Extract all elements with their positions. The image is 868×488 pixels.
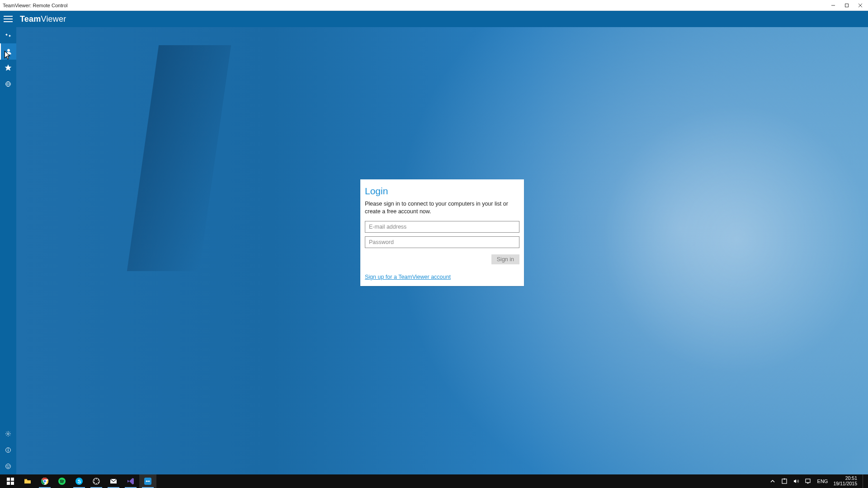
show-desktop-button[interactable] [863, 474, 865, 488]
login-card: Login Please sign in to connect to your … [360, 179, 524, 286]
maximize-icon [844, 3, 849, 8]
email-field[interactable] [365, 221, 519, 233]
login-description: Please sign in to connect to your comput… [365, 200, 519, 216]
windows-icon [6, 477, 14, 485]
window-minimize-button[interactable] [826, 0, 840, 11]
app-brand: TeamViewer [20, 14, 66, 24]
taskbar-skype[interactable] [71, 474, 88, 488]
svg-point-13 [7, 465, 7, 466]
sidebar-item-remote-control[interactable] [0, 27, 16, 43]
sidebar-item-computers-contacts[interactable] [0, 43, 16, 60]
hamburger-icon-line [4, 21, 13, 22]
circle-dots-icon [92, 477, 100, 485]
brand-light: Viewer [41, 14, 66, 23]
password-field[interactable] [365, 236, 519, 248]
taskbar-file-explorer[interactable] [19, 474, 36, 488]
tray-action-center[interactable] [804, 474, 812, 488]
svg-point-4 [7, 49, 9, 52]
taskbar-start-button[interactable] [2, 474, 19, 488]
chrome-icon [41, 477, 49, 485]
sidebar-item-favorites[interactable] [0, 60, 16, 76]
star-icon [5, 64, 12, 71]
hamburger-icon-line [4, 19, 13, 19]
system-tray: ENG 20:51 19/11/2015 [769, 474, 866, 488]
window-close-button[interactable] [854, 0, 867, 11]
globe-person-icon [5, 80, 12, 88]
gear-icon [5, 430, 12, 437]
svg-rect-15 [7, 478, 10, 481]
tray-volume[interactable] [792, 474, 800, 488]
window-titlebar: TeamViewer: Remote Control [0, 0, 868, 11]
arrows-horizontal-icon [5, 32, 12, 39]
volume-icon [793, 478, 799, 484]
action-center-icon [805, 478, 811, 484]
signin-button[interactable]: Sign in [491, 254, 519, 264]
svg-point-36 [783, 479, 785, 480]
svg-rect-18 [11, 482, 14, 485]
svg-rect-37 [806, 479, 810, 483]
sidebar [0, 27, 16, 474]
taskbar-visual-studio[interactable] [122, 474, 139, 488]
sidebar-item-feedback[interactable] [0, 458, 16, 474]
brand-bold: Team [20, 14, 41, 23]
info-icon [5, 446, 12, 454]
content-area: Login Please sign in to connect to your … [16, 27, 868, 474]
window-title: TeamViewer: Remote Control [3, 3, 67, 8]
puzzle-icon [781, 478, 788, 484]
app-header: TeamViewer [0, 11, 868, 27]
svg-point-28 [98, 482, 99, 483]
hamburger-icon-line [4, 16, 13, 17]
skype-icon [75, 477, 83, 485]
svg-point-10 [8, 449, 8, 449]
person-icon [5, 48, 12, 55]
tray-clock[interactable]: 20:51 19/11/2015 [833, 474, 859, 488]
svg-point-26 [96, 479, 97, 479]
taskbar-chrome[interactable] [36, 474, 53, 488]
svg-point-8 [7, 433, 9, 435]
svg-point-30 [94, 482, 95, 483]
svg-rect-19 [24, 479, 27, 480]
teamviewer-icon [144, 477, 152, 485]
sidebar-item-settings[interactable] [0, 426, 16, 442]
tray-app-icon[interactable] [780, 474, 788, 488]
chevron-up-icon [769, 478, 776, 484]
hamburger-menu-button[interactable] [4, 16, 13, 22]
tray-date: 19/11/2015 [833, 481, 857, 487]
sidebar-item-meeting[interactable] [0, 76, 16, 92]
login-title: Login [365, 186, 519, 197]
svg-point-31 [94, 480, 95, 481]
tray-language[interactable]: ENG [816, 474, 830, 488]
svg-point-14 [9, 465, 9, 466]
tray-chevron-up[interactable] [769, 474, 777, 488]
visual-studio-icon [127, 477, 135, 485]
taskbar-teamviewer[interactable] [139, 474, 156, 488]
svg-point-12 [6, 464, 11, 469]
window-maximize-button[interactable] [840, 0, 854, 11]
svg-rect-1 [845, 4, 849, 7]
smile-icon [5, 463, 12, 470]
sidebar-item-info[interactable] [0, 442, 16, 458]
taskbar-spotify[interactable] [53, 474, 71, 488]
taskbar-mail[interactable] [105, 474, 122, 488]
app-body: Login Please sign in to connect to your … [0, 27, 868, 474]
taskbar-app-circle[interactable] [88, 474, 105, 488]
svg-rect-16 [11, 478, 14, 481]
svg-point-29 [96, 483, 97, 484]
windows-taskbar: ENG 20:51 19/11/2015 [0, 474, 868, 488]
signup-link[interactable]: Sign up for a TeamViewer account [365, 274, 451, 280]
spotify-icon [58, 477, 66, 485]
close-icon [858, 3, 863, 8]
mail-icon [109, 477, 118, 485]
folder-icon [24, 477, 32, 485]
minimize-icon [831, 3, 835, 8]
svg-rect-17 [7, 482, 10, 485]
svg-point-27 [98, 480, 99, 481]
